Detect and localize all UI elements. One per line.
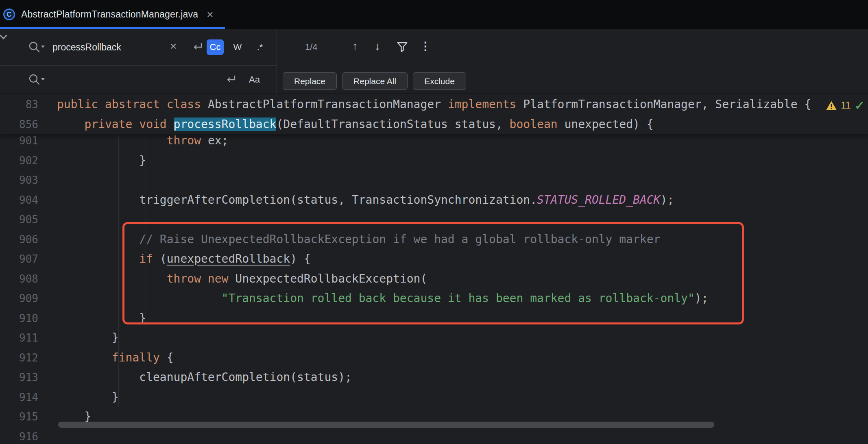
line-number: 907 (0, 249, 57, 269)
indent-guide (146, 131, 146, 328)
code-text: triggerAfterCompletion(status, Transacti… (57, 190, 674, 210)
line-number: 912 (0, 348, 57, 368)
line-number: 908 (0, 269, 57, 289)
code-line-914: 914 } (0, 387, 868, 407)
exclude-button[interactable]: Exclude (413, 72, 466, 90)
editor-tab-bar: C AbstractPlatformTransactionManager.jav… (0, 0, 868, 29)
code-line-907: 907 if (unexpectedRollback) { (0, 249, 868, 269)
code-line-905: 905 (0, 210, 868, 230)
tab-title: AbstractPlatformTransactionManager.java (21, 9, 198, 20)
sticky-lines: 83public abstract class AbstractPlatform… (0, 94, 868, 135)
replace-history-icon[interactable] (28, 73, 46, 87)
line-number: 916 (0, 427, 57, 444)
code-line-911: 911 } (0, 328, 868, 348)
line-number: 903 (0, 170, 57, 190)
find-toggles: CcW.* (207, 39, 268, 55)
line-number: 910 (0, 309, 57, 329)
inspections-widget[interactable]: 11 ✓ (826, 98, 865, 113)
code-text: throw new UnexpectedRollbackException( (57, 269, 427, 289)
find-input[interactable]: processRollback (52, 39, 121, 55)
replace-button[interactable]: Replace (283, 72, 337, 90)
code-text: } (57, 328, 119, 348)
code-text: } (57, 151, 146, 171)
code-text: "Transaction rolled back because it has … (57, 289, 708, 309)
no-errors-check-icon: ✓ (855, 98, 865, 113)
ide-window: C AbstractPlatformTransactionManager.jav… (0, 0, 868, 444)
replace-all-button[interactable]: Replace All (342, 72, 408, 90)
more-options-icon[interactable]: ⋮ (420, 39, 431, 54)
warning-icon (826, 100, 837, 111)
warning-count: 11 (841, 100, 851, 111)
indent-guide (118, 131, 119, 407)
line-number: 914 (0, 387, 57, 407)
code-line-903: 903 (0, 170, 868, 190)
line-number: 911 (0, 328, 57, 348)
code-line-904: 904 triggerAfterCompletion(status, Trans… (0, 190, 868, 210)
line-number: 913 (0, 368, 57, 387)
code-text: finally { (57, 348, 174, 368)
line-number: 909 (0, 289, 57, 309)
replace-buttons: ReplaceReplace AllExclude (283, 72, 466, 90)
preserve-case-icon[interactable]: Aa (249, 72, 260, 87)
code-text: private void processRollback(DefaultTran… (57, 115, 654, 135)
code-line-902: 902 } (0, 151, 868, 171)
match-counter: 1/4 (305, 39, 318, 55)
line-number: 905 (0, 210, 57, 230)
code-line-908: 908 throw new UnexpectedRollbackExceptio… (0, 269, 868, 289)
code-editor[interactable]: 901 throw ex;902 }903904 triggerAfterCom… (0, 94, 868, 444)
find-replace-panel: processRollback × CcW.* 1/4 ↑ ↓ ⋮ Aa Rep… (0, 29, 868, 94)
chevron-down-icon[interactable] (0, 32, 7, 39)
filter-icon[interactable] (396, 41, 408, 53)
line-number: 915 (0, 407, 57, 427)
replace-newline-icon[interactable] (225, 74, 237, 85)
toggle-regex[interactable]: .* (251, 39, 268, 55)
tab-close-icon[interactable]: × (207, 9, 213, 20)
code-text: if (unexpectedRollback) { (57, 249, 311, 269)
line-number: 856 (0, 115, 57, 135)
code-line-912: 912 finally { (0, 348, 868, 368)
newline-icon[interactable] (191, 41, 203, 53)
line-number: 83 (0, 95, 57, 115)
code-text: } (57, 387, 119, 407)
code-text: } (57, 309, 146, 329)
code-line-916: 916 (0, 427, 868, 444)
previous-match-icon[interactable]: ↑ (352, 39, 358, 54)
horizontal-scrollbar[interactable] (58, 422, 714, 428)
toggle-match-case[interactable]: Cc (207, 39, 224, 55)
code-line-913: 913 cleanupAfterCompletion(status); (0, 368, 868, 387)
code-text: public abstract class AbstractPlatformTr… (57, 95, 811, 115)
panel-horizontal-divider (0, 65, 277, 66)
line-number: 906 (0, 230, 57, 250)
code-viewport: 901 throw ex;902 }903904 triggerAfterCom… (0, 131, 868, 444)
java-class-icon: C (3, 9, 15, 20)
indent-guide (91, 131, 91, 427)
search-history-icon[interactable] (28, 40, 46, 54)
line-number: 904 (0, 190, 57, 210)
code-text: cleanupAfterCompletion(status); (57, 368, 352, 387)
code-text: // Raise UnexpectedRollbackException if … (57, 230, 660, 250)
code-line-910: 910 } (0, 309, 868, 329)
next-match-icon[interactable]: ↓ (375, 39, 380, 54)
panel-vertical-divider (277, 29, 277, 94)
code-line-83: 83public abstract class AbstractPlatform… (0, 95, 868, 115)
code-line-909: 909 "Transaction rolled back because it … (0, 289, 868, 309)
toggle-words[interactable]: W (229, 39, 246, 55)
tab-file[interactable]: C AbstractPlatformTransactionManager.jav… (0, 0, 225, 29)
code-line-856: 856 private void processRollback(Default… (0, 115, 868, 135)
clear-search-icon[interactable]: × (170, 39, 177, 54)
line-number: 902 (0, 151, 57, 171)
code-line-906: 906 // Raise UnexpectedRollbackException… (0, 230, 868, 250)
